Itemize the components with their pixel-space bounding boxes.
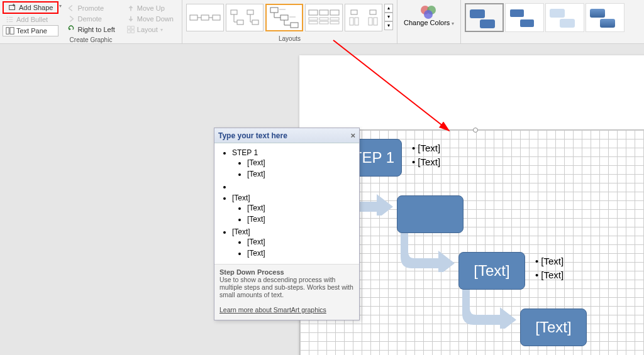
svg-rect-39 (330, 21, 339, 24)
svg-rect-17 (190, 15, 197, 20)
text-pane-item[interactable]: [Text][Text][Text] (232, 226, 357, 260)
style-option-1[interactable] (465, 3, 504, 32)
layout-option-3[interactable] (265, 4, 303, 31)
layout-option-5[interactable] (345, 4, 382, 31)
smartart-step-3-sub-1[interactable]: [Text] (535, 256, 564, 266)
layout-icon (126, 25, 135, 34)
right-to-left-button[interactable]: Right to Left (64, 25, 118, 35)
text-pane-subitem[interactable]: [Text] (247, 214, 357, 225)
svg-rect-16 (131, 30, 134, 33)
selection-handle[interactable] (473, 128, 478, 133)
svg-rect-44 (369, 18, 372, 25)
svg-point-3 (7, 17, 8, 18)
svg-rect-49 (470, 9, 485, 18)
layout-option-4[interactable] (305, 4, 343, 31)
text-pane-close[interactable]: × (350, 131, 355, 140)
bullet-icon (6, 15, 14, 24)
svg-rect-23 (247, 10, 253, 14)
text-pane-subitem[interactable]: [Text] (247, 248, 357, 259)
text-pane-button[interactable]: Text Pane (3, 25, 58, 36)
svg-rect-33 (330, 10, 339, 15)
svg-rect-38 (319, 21, 328, 24)
smartart-step-3-sub-2[interactable]: [Text] (535, 270, 564, 280)
move-up-label: Move Up (137, 4, 165, 12)
style-option-2[interactable] (505, 3, 544, 32)
svg-rect-50 (480, 19, 495, 28)
text-pane-label: Text Pane (16, 27, 47, 35)
text-pane-item[interactable]: [Text][Text][Text] (232, 192, 357, 226)
svg-rect-40 (351, 10, 357, 14)
text-pane-subitem[interactable]: [Text] (247, 168, 357, 180)
text-pane-subitem[interactable]: [Text] (247, 202, 357, 214)
demote-label: Demote (77, 15, 102, 23)
svg-rect-28 (291, 23, 298, 28)
text-pane-footer-link[interactable]: Learn more about SmartArt graphics (219, 306, 326, 314)
text-pane-footer-title: Step Down Process (219, 268, 284, 276)
text-pane-item[interactable]: STEP 1[Text][Text] (232, 147, 357, 181)
add-shape-dropdown[interactable]: ▾ (55, 3, 65, 9)
step-3-label: [Text] (474, 262, 509, 280)
svg-rect-31 (309, 10, 318, 15)
style-option-3[interactable] (545, 3, 584, 32)
promote-icon (67, 4, 75, 13)
svg-rect-10 (10, 28, 14, 35)
svg-rect-45 (374, 18, 377, 25)
svg-rect-52 (519, 19, 535, 28)
gallery-scroll-up[interactable]: ▴ (384, 4, 393, 13)
svg-rect-18 (201, 15, 209, 20)
svg-rect-19 (213, 15, 220, 20)
svg-rect-53 (550, 9, 565, 18)
svg-rect-43 (355, 18, 358, 25)
text-pane-subitem[interactable]: [Text] (247, 157, 357, 168)
text-pane-footer: Step Down Process Use to show a descendi… (214, 264, 359, 320)
svg-rect-22 (231, 10, 237, 14)
layouts-gallery: ▴ ▾ ▾ (185, 1, 394, 31)
svg-rect-37 (309, 21, 318, 24)
text-pane-icon (6, 26, 14, 35)
change-colors-button[interactable]: Change Colors ▾ (400, 1, 458, 27)
smartart-step-1-sub-1[interactable]: [Text] (412, 143, 440, 153)
text-pane-body[interactable]: STEP 1[Text][Text][Text][Text][Text][Tex… (214, 143, 359, 264)
layout-option-1[interactable] (186, 4, 224, 31)
svg-point-48 (424, 10, 433, 19)
smartart-step-3[interactable]: [Text] (458, 252, 525, 290)
smartart-step-4[interactable]: [Text] (520, 309, 587, 346)
svg-point-5 (7, 19, 8, 20)
text-pane-subitem[interactable]: [Text] (247, 236, 357, 248)
svg-rect-35 (319, 18, 328, 20)
demote-icon (67, 14, 75, 23)
text-pane-footer-desc: Use to show a descending process with mu… (219, 276, 353, 298)
text-pane-title: Type your text here (218, 131, 287, 140)
text-pane-titlebar[interactable]: Type your text here × (214, 128, 359, 143)
gallery-more[interactable]: ▾ (384, 21, 393, 30)
svg-rect-42 (350, 18, 353, 25)
move-down-icon (126, 14, 135, 23)
svg-rect-41 (370, 10, 376, 14)
svg-rect-54 (560, 19, 575, 28)
right-to-left-label: Right to Left (77, 26, 114, 33)
move-up-button: Move Up (123, 3, 177, 13)
svg-rect-26 (270, 8, 278, 13)
text-pane-item[interactable] (232, 181, 357, 192)
svg-rect-27 (280, 15, 288, 20)
svg-rect-55 (590, 9, 605, 18)
smartart-arrow-2 (401, 233, 456, 272)
svg-rect-32 (319, 10, 328, 15)
add-bullet-button: Add Bullet (3, 14, 58, 25)
svg-rect-15 (128, 30, 130, 33)
layout-option-2[interactable] (226, 4, 264, 31)
change-colors-label: Change Colors ▾ (404, 19, 454, 27)
style-option-4[interactable] (586, 3, 625, 32)
smartart-step-1-sub-2[interactable]: [Text] (412, 156, 440, 167)
svg-rect-14 (131, 26, 134, 29)
gallery-scroll-down[interactable]: ▾ (384, 13, 393, 21)
add-shape-button[interactable]: Add Shape (5, 3, 56, 13)
svg-rect-25 (252, 20, 258, 25)
group-label-layouts: Layouts (185, 35, 394, 43)
change-colors-icon (419, 4, 439, 19)
text-pane[interactable]: Type your text here × STEP 1[Text][Text]… (214, 128, 360, 320)
layout-button: Layout ▾ (123, 25, 177, 35)
smartart-step-2[interactable] (397, 195, 464, 233)
promote-label: Promote (77, 4, 104, 12)
ribbon: Add Shape ▾ Add Bullet Text Pane Promote (0, 0, 644, 44)
